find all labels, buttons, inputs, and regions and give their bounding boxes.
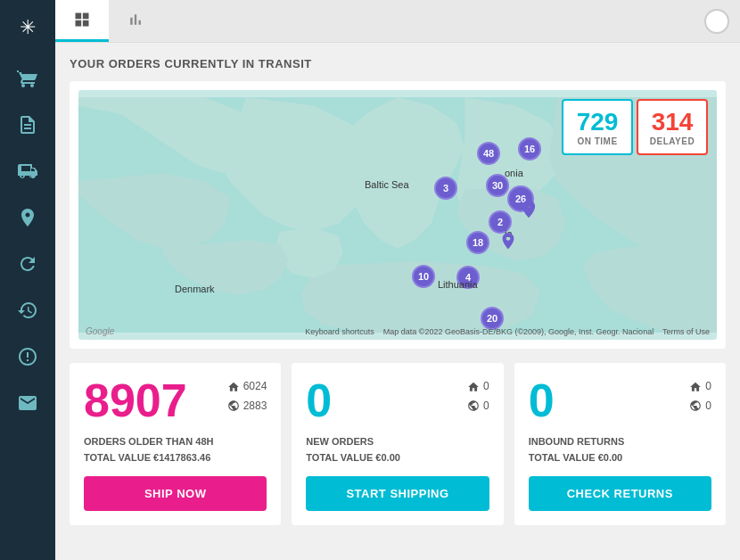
section-title: YOUR ORDERS CURRENTLY IN TRANSIT [70, 57, 726, 70]
stats-new-orders: 0 0 [467, 377, 489, 416]
cluster-3[interactable]: 3 [434, 177, 457, 200]
sidebar-item-truck[interactable] [0, 148, 55, 194]
start-shipping-button[interactable]: START SHIPPING [306, 476, 489, 511]
email-icon [17, 392, 38, 414]
home-icon-3 [689, 381, 702, 393]
grid-icon [73, 11, 91, 29]
map-label-baltic-sea: Baltic Sea [365, 179, 409, 190]
chart-icon [127, 11, 144, 29]
globe-icon-3 [689, 399, 702, 412]
alert-icon [17, 346, 38, 367]
map-stats: 729 ON TIME 314 DELAYED [562, 99, 708, 155]
logo-icon: ✳ [20, 16, 36, 39]
map-container: 729 ON TIME 314 DELAYED 48 16 3 30 26 2 … [70, 81, 726, 349]
history-icon [17, 300, 38, 321]
sidebar-item-cart[interactable] [0, 55, 55, 102]
google-logo: Google [86, 326, 114, 336]
sidebar-item-email[interactable] [0, 380, 55, 426]
home-icon-2 [467, 381, 480, 393]
pin-marker[interactable] [519, 199, 539, 226]
number-new-orders: 0 [306, 377, 332, 424]
card-desc-line1-2: NEW ORDERS [306, 434, 489, 450]
cluster-48[interactable]: 48 [477, 142, 500, 165]
card-desc-2: NEW ORDERS TOTAL VALUE €0.00 [306, 434, 489, 465]
truck-icon [17, 161, 38, 182]
stats-inbound-returns: 0 0 [689, 377, 711, 416]
stat-globe-val-1: 2883 [243, 397, 267, 416]
ship-now-button[interactable]: SHIP NOW [84, 476, 267, 511]
card-orders-48h: 8907 6024 2883 ORDERS OLDER THAN 48H [70, 363, 281, 525]
card-desc-line2-1: TOTAL VALUE €1417863.46 [84, 450, 267, 466]
tab-grid[interactable] [55, 0, 109, 42]
delayed-label: DELAYED [649, 136, 695, 146]
card-desc-line1-3: INBOUND RETURNS [529, 434, 711, 450]
home-icon-1 [227, 381, 240, 393]
check-returns-button[interactable]: CHECK RETURNS [529, 476, 711, 511]
sidebar-item-history[interactable] [0, 287, 55, 334]
card-desc-line2-2: TOTAL VALUE €0.00 [306, 450, 489, 466]
stat-row-home-1: 6024 [227, 377, 267, 397]
map-attribution: Google Keyboard shortcuts Map data ©2022… [78, 326, 717, 336]
sidebar-item-refresh[interactable] [0, 241, 55, 287]
card-new-orders: 0 0 0 NEW ORDERS TOTAL VALUE € [292, 363, 503, 525]
stat-row-globe-2: 0 [467, 397, 489, 416]
sidebar-logo: ✳ [0, 0, 55, 55]
map-wrapper[interactable]: 729 ON TIME 314 DELAYED 48 16 3 30 26 2 … [78, 90, 717, 340]
cart-icon [17, 68, 38, 89]
card-desc-line1-1: ORDERS OLDER THAN 48H [84, 434, 267, 450]
stat-row-globe-3: 0 [689, 397, 711, 416]
attribution-text: Keyboard shortcuts Map data ©2022 GeoBas… [305, 327, 710, 336]
bottom-cards: 8907 6024 2883 ORDERS OLDER THAN 48H [70, 363, 726, 525]
card-desc-1: ORDERS OLDER THAN 48H TOTAL VALUE €14178… [84, 434, 267, 465]
keyboard-shortcuts: Keyboard shortcuts [305, 327, 374, 336]
map-label-onia: onia [505, 168, 523, 178]
on-time-number: 729 [574, 108, 621, 136]
sidebar-item-documents[interactable] [0, 102, 55, 148]
top-right-area [694, 2, 740, 41]
card-desc-line2-3: TOTAL VALUE €0.00 [529, 450, 711, 466]
delayed-number: 314 [649, 108, 695, 136]
on-time-stat: 729 ON TIME [562, 99, 633, 155]
map-label-denmark: Denmark [175, 284, 215, 294]
refresh-icon [17, 253, 38, 275]
card-desc-3: INBOUND RETURNS TOTAL VALUE €0.00 [529, 434, 711, 465]
globe-icon-1 [227, 399, 240, 412]
map-label-lithuania: Lithuania [438, 279, 478, 290]
sidebar: ✳ [0, 0, 55, 560]
card-top-1: 8907 6024 2883 [84, 377, 267, 424]
main-content: YOUR ORDERS CURRENTLY IN TRANSIT [55, 0, 740, 560]
stat-row-home-2: 0 [467, 377, 489, 397]
stat-row-globe-1: 2883 [227, 397, 267, 416]
delayed-stat: 314 DELAYED [637, 99, 708, 155]
terms-text: Terms of Use [662, 327, 710, 336]
pin-icon [519, 199, 539, 222]
pin-icon-2 [498, 231, 518, 254]
content-area: YOUR ORDERS CURRENTLY IN TRANSIT [55, 43, 740, 560]
card-top-2: 0 0 0 [306, 377, 489, 424]
tab-chart[interactable] [109, 0, 162, 42]
cluster-18[interactable]: 18 [466, 231, 489, 254]
cluster-16[interactable]: 16 [518, 137, 541, 161]
globe-icon-2 [467, 399, 480, 412]
stat-row-home-3: 0 [689, 377, 711, 397]
sidebar-item-location[interactable] [0, 194, 55, 241]
stat-globe-val-2: 0 [483, 397, 489, 416]
number-orders-48h: 8907 [84, 377, 187, 424]
stats-orders-48h: 6024 2883 [227, 377, 267, 416]
map-data-text: Map data ©2022 GeoBasis-DE/BKG (©2009), … [383, 327, 654, 336]
stat-globe-val-3: 0 [705, 397, 711, 416]
pin-marker-2[interactable] [498, 231, 518, 258]
number-inbound-returns: 0 [529, 377, 555, 424]
document-icon [17, 114, 38, 136]
top-tabs [55, 0, 740, 43]
sidebar-item-alert[interactable] [0, 334, 55, 380]
user-avatar[interactable] [704, 9, 729, 34]
card-inbound-returns: 0 0 0 INBOUND RETURNS TOTAL VA [514, 363, 726, 525]
stat-home-val-1: 6024 [243, 377, 267, 397]
cluster-10[interactable]: 10 [412, 265, 435, 288]
on-time-label: ON TIME [574, 136, 621, 146]
stat-home-val-2: 0 [483, 377, 489, 397]
stat-home-val-3: 0 [705, 377, 711, 397]
card-top-3: 0 0 0 [529, 377, 711, 424]
location-icon [17, 207, 38, 228]
